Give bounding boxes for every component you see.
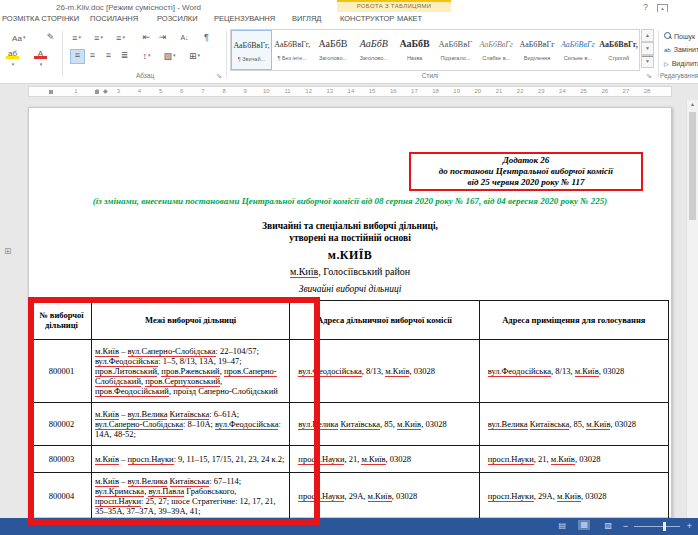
highlight-label: аб: [8, 49, 17, 58]
ribbon: Аа ✎ аб А ≡ ≡ ≡ ⇤ ⇥ А↓ ¶ ≡ ≡ ≡ ≣ ↕ ▨ ⊞ А…: [0, 27, 698, 84]
style-preview: АаБбВвГг: [476, 33, 517, 55]
ruler-column-marker[interactable]: [49, 90, 53, 94]
multilevel-list-icon[interactable]: ≡: [114, 31, 127, 44]
sort-icon[interactable]: А↓: [178, 31, 191, 44]
select-icon: ▷: [664, 60, 669, 67]
select-button[interactable]: ▷Виділити: [664, 60, 698, 67]
help-icon[interactable]: ?: [643, 2, 648, 12]
numbering-icon[interactable]: ≡: [92, 31, 105, 44]
style-name: Заголово...: [353, 55, 394, 61]
zoom-slider-thumb[interactable]: [663, 522, 666, 531]
header-voting-address[interactable]: Адреса приміщення для голосування: [479, 301, 668, 340]
zoom-slider[interactable]: [634, 526, 680, 527]
annex-line3: від 25 червня 2020 року № 117: [411, 177, 641, 188]
read-mode-icon[interactable]: ▤: [558, 521, 566, 531]
align-left-icon[interactable]: ≡: [70, 49, 85, 64]
tab-references[interactable]: ПОСИЛАННЯ: [90, 14, 138, 23]
style-intense-emphasis[interactable]: АаБбВвГг Сильне в...: [557, 30, 598, 70]
document-title: 26-m.Kiiv.doc [Режим сумісності] - Word: [56, 3, 201, 12]
ruler-indent-marker-icon[interactable]: ◆: [103, 87, 108, 94]
paragraph-group-label: Абзац: [105, 72, 185, 79]
styles-group-label: Стилі: [390, 72, 470, 79]
style-name: Заголово...: [313, 55, 354, 61]
find-button[interactable]: Пошук: [664, 32, 695, 40]
shading-icon[interactable]: ▨: [163, 49, 176, 62]
gallery-more-icon[interactable]: ▼: [641, 55, 654, 68]
decrease-indent-icon[interactable]: ⇤: [140, 31, 153, 44]
style-no-spacing[interactable]: АаБбВвГг, ¶ Без інте...: [272, 30, 313, 70]
style-title[interactable]: АаБбВ Назва: [394, 30, 435, 70]
group-divider: [658, 31, 659, 77]
tab-mailings[interactable]: РОЗСИЛКИ: [157, 14, 198, 23]
align-center-icon[interactable]: ≡: [86, 49, 99, 62]
tab-table-design[interactable]: КОНСТРУКТОР: [340, 14, 394, 23]
style-strict[interactable]: АаБбВвГг, Строгий: [598, 30, 639, 70]
increase-indent-icon[interactable]: ⇥: [156, 31, 169, 44]
doc-heading-line1[interactable]: Звичайні та спеціальні виборчі дільниці,: [29, 221, 671, 231]
justify-icon[interactable]: ≣: [118, 49, 131, 62]
replace-button[interactable]: abЗамінити: [664, 46, 698, 53]
voting-address[interactable]: просп.Науки, 21, м.Київ, 03028: [479, 446, 668, 473]
style-emphasis[interactable]: АаБбВвГг Виділення: [517, 30, 558, 70]
scroll-up-icon[interactable]: ▲: [687, 101, 698, 107]
text-highlight-button[interactable]: аб: [6, 49, 19, 62]
style-name: Слабке в...: [476, 55, 517, 61]
bullets-icon[interactable]: ≡: [70, 31, 83, 44]
group-divider: [62, 31, 63, 77]
doc-heading-line2[interactable]: утворені на постійній основі: [29, 233, 671, 243]
style-preview: АаБбВвГг,: [272, 33, 313, 55]
voting-address[interactable]: вул.Феодосійська, 8/13, м.Київ, 03028: [479, 340, 668, 403]
voting-address[interactable]: просп.Науки, 29А, м.Київ, 03028: [479, 473, 668, 519]
print-layout-icon[interactable]: ▦: [578, 520, 590, 530]
tab-view[interactable]: ВИГЛЯД: [292, 14, 321, 23]
title-bar: 26-m.Kiiv.doc [Режим сумісності] - Word …: [0, 0, 698, 12]
zoom-out-button[interactable]: −: [623, 521, 628, 531]
contextual-tab-group-label: РОБОТА З ТАБЛИЦЯМИ: [337, 0, 451, 12]
search-icon: [664, 32, 671, 39]
style-normal[interactable]: АаБбВвГг, ¶ Звичай...: [231, 30, 272, 70]
style-name: ¶ Звичай...: [232, 56, 271, 62]
select-label: Виділити: [672, 60, 698, 67]
gallery-down-icon[interactable]: ▼: [641, 42, 654, 55]
style-subtle-emphasis[interactable]: АаБбВвГг Слабке в...: [476, 30, 517, 70]
tab-table-layout[interactable]: МАКЕТ: [397, 14, 422, 23]
style-name: Виділення: [517, 55, 558, 61]
scrollbar-thumb[interactable]: [689, 112, 696, 220]
style-name: Сильне в...: [557, 55, 598, 61]
replace-icon: ab: [664, 47, 671, 53]
style-subtitle[interactable]: АаБбВвГ Підзагало...: [435, 30, 476, 70]
precincts-subtitle[interactable]: Звичайні виборчі дільниці: [29, 284, 671, 294]
amendments-line[interactable]: (із змінами, внесеними постановами Центр…: [29, 196, 671, 206]
styles-dialog-launcher-icon[interactable]: ⇘: [646, 72, 652, 80]
style-preview: АаБбВ: [313, 33, 354, 55]
style-preview: АаБбВвГг,: [232, 34, 271, 56]
show-paragraph-marks-icon[interactable]: ¶: [200, 31, 213, 44]
align-right-icon[interactable]: ≡: [102, 49, 115, 62]
tab-page-layout[interactable]: РОЗМІТКА СТОРІНКИ: [2, 14, 79, 23]
word-window: { "titlebar": { "title": "26-m.Kiiv.doc …: [0, 0, 698, 535]
font-color-label: А: [38, 49, 43, 58]
horizontal-ruler[interactable]: ◆ 12345678910111213141516171819202122232…: [0, 84, 698, 100]
style-heading2[interactable]: АаБбВ Заголово...: [353, 30, 394, 70]
vertical-scrollbar[interactable]: ▲: [686, 100, 698, 518]
line-spacing-icon[interactable]: ↕: [140, 49, 153, 62]
borders-icon[interactable]: ⊞: [188, 49, 201, 62]
table-move-handle-icon[interactable]: ⊞: [4, 246, 12, 256]
style-heading1[interactable]: АаБбВ Заголово...: [313, 30, 354, 70]
find-label: Пошук: [674, 33, 695, 40]
zoom-in-button[interactable]: +: [687, 521, 692, 531]
annex-block[interactable]: Додаток 26 до постанови Центральної вибо…: [409, 152, 643, 191]
font-color-button[interactable]: А: [34, 49, 47, 62]
annex-line2: до постанови Центральної виборчої комісі…: [411, 166, 641, 177]
paragraph-dialog-launcher-icon[interactable]: ⇘: [216, 72, 222, 80]
tab-review[interactable]: РЕЦЕНЗУВАННЯ: [214, 14, 275, 23]
clear-formatting-icon[interactable]: ✎: [44, 31, 57, 44]
city-heading[interactable]: м.КИЇВ: [29, 248, 671, 263]
web-layout-icon[interactable]: ▧: [604, 521, 612, 531]
style-preview: АаБбВвГг,: [598, 33, 639, 55]
district-heading[interactable]: м.Київ, Голосіївський район: [29, 266, 671, 277]
voting-address[interactable]: вул.Велика Китаївська, 85, м.Київ, 03028: [479, 403, 668, 446]
style-preview: АаБбВ: [394, 33, 435, 55]
gallery-up-icon[interactable]: ▲: [641, 29, 654, 42]
change-case-button[interactable]: Аа: [12, 31, 25, 44]
